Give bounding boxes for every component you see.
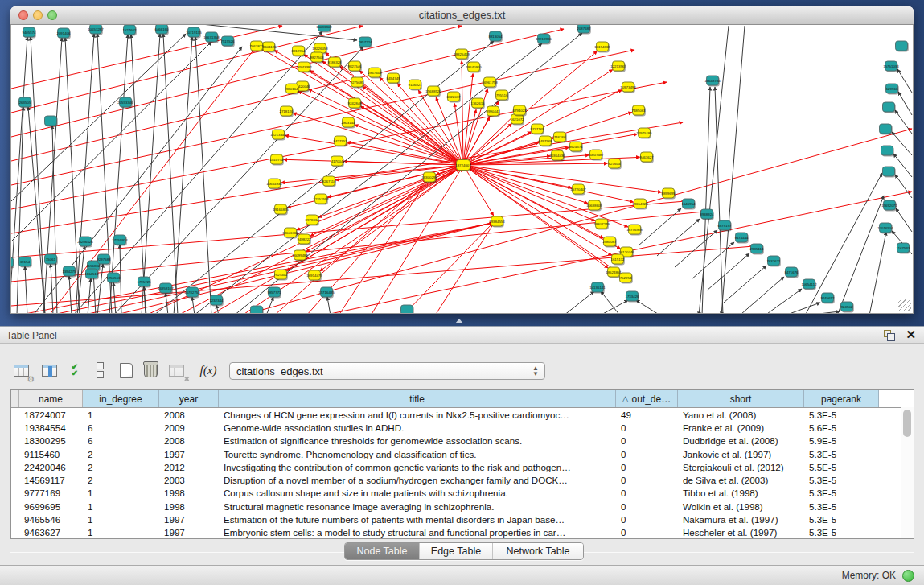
graph-edge-red[interactable] xyxy=(49,48,255,313)
canvas-resize-grip[interactable] xyxy=(898,299,911,311)
table-cell[interactable]: 0 xyxy=(616,488,678,498)
table-cell[interactable]: 0 xyxy=(616,435,678,446)
graph-edge-red[interactable] xyxy=(11,50,634,185)
table-cell[interactable]: 0 xyxy=(616,462,678,472)
graph-node[interactable] xyxy=(896,41,909,52)
graph-node[interactable]: 16543382 xyxy=(296,62,312,73)
new-column-icon[interactable] xyxy=(117,360,135,380)
table-cell[interactable]: 49 xyxy=(616,410,678,420)
graph-node[interactable]: 3624574 xyxy=(569,142,583,153)
table-cell[interactable]: 5.6E-5 xyxy=(804,422,879,433)
graph-node[interactable]: 19384554 xyxy=(489,216,505,228)
graph-node[interactable]: 1362615 xyxy=(470,98,485,109)
graph-node[interactable]: 6879197 xyxy=(717,220,732,232)
graph-edge-black[interactable] xyxy=(895,110,912,134)
graph-edge-red[interactable] xyxy=(262,49,463,165)
table-cell[interactable]: 0 xyxy=(616,422,678,433)
graph-node-hub[interactable]: 18724007 xyxy=(455,160,471,172)
graph-node[interactable]: 1810754 xyxy=(269,154,284,166)
table-cell[interactable]: Estimation of significance thresholds fo… xyxy=(219,435,616,446)
graph-node[interactable]: 9498222 xyxy=(297,234,311,245)
table-cell[interactable]: Jankovic et al. (1997) xyxy=(678,449,804,459)
graph-node[interactable]: 18325419 xyxy=(454,49,470,60)
table-cell[interactable]: 18300295 xyxy=(19,435,83,446)
graph-edge-black[interactable] xyxy=(25,266,27,313)
float-panel-icon[interactable] xyxy=(884,330,895,341)
table-cell[interactable]: Franke et al. (2009) xyxy=(678,422,804,433)
graph-node[interactable]: 12213343 xyxy=(270,130,286,141)
graph-edge-red[interactable] xyxy=(463,73,473,165)
graph-edge-black[interactable] xyxy=(805,311,840,313)
graph-edge-black[interactable] xyxy=(51,264,53,313)
graph-edge-black[interactable] xyxy=(721,26,745,313)
graph-node[interactable]: 6822037 xyxy=(446,92,461,103)
graph-edge-black[interactable] xyxy=(17,107,23,313)
graph-node[interactable]: 19046766 xyxy=(282,228,298,239)
graph-node[interactable]: 7485063 xyxy=(631,105,646,117)
graph-edge-red[interactable] xyxy=(463,165,612,256)
graph-edge-black[interactable] xyxy=(675,230,717,267)
graph-node[interactable]: 2718120 xyxy=(279,106,294,117)
table-body[interactable]: 1872400712008Changes of HCN gene express… xyxy=(11,408,914,539)
column-checks-icon[interactable]: ✔✔ xyxy=(68,360,82,380)
graph-node[interactable]: 8899695 xyxy=(661,188,676,200)
graph-edge-black[interactable] xyxy=(195,37,211,313)
citation-graph[interactable]: 1872400718300295417004826711012353594191… xyxy=(11,25,913,313)
table-cell[interactable]: 5.5E-5 xyxy=(804,462,879,472)
table-cell[interactable]: 5.3E-5 xyxy=(804,449,879,459)
stacked-rows-icon[interactable] xyxy=(95,360,105,380)
column-header-title[interactable]: title xyxy=(219,390,616,407)
graph-edge-black[interactable] xyxy=(69,276,72,313)
graph-node[interactable]: 9777169 xyxy=(530,124,544,135)
vertical-scrollbar[interactable] xyxy=(901,407,914,538)
graph-edge-black[interactable] xyxy=(892,132,912,155)
graph-edge-red[interactable] xyxy=(320,165,463,271)
table-row[interactable]: 946554611997Estimation of the future num… xyxy=(11,513,914,525)
graph-node[interactable]: 8471676 xyxy=(784,267,799,278)
graph-node[interactable] xyxy=(11,257,14,269)
graph-edge-black[interactable] xyxy=(785,303,820,313)
graph-edge-red[interactable] xyxy=(463,165,662,192)
graph-edge-black[interactable] xyxy=(692,242,734,279)
graph-node[interactable]: 18807249 xyxy=(593,219,610,230)
graph-node[interactable]: 9297588 xyxy=(97,254,111,266)
graph-node[interactable]: 924502 xyxy=(841,302,854,313)
table-cell[interactable]: Corpus callosum shape and size in male p… xyxy=(219,488,616,498)
graph-node[interactable]: 8978334 xyxy=(305,215,319,226)
table-cell[interactable]: 9465546 xyxy=(19,514,83,525)
graph-node[interactable]: 20206526 xyxy=(77,237,93,248)
graph-edge-black[interactable] xyxy=(702,87,710,313)
graph-node[interactable]: 7632621 xyxy=(766,256,781,267)
column-header-short[interactable]: short xyxy=(678,390,804,407)
table-cell[interactable]: 14569117 xyxy=(19,475,83,485)
graph-node[interactable]: 20553346 xyxy=(117,97,133,109)
graph-edge-black[interactable] xyxy=(805,173,882,313)
graph-edge-red[interactable] xyxy=(293,113,463,165)
table-cell[interactable]: 5.3E-5 xyxy=(804,410,879,420)
graph-node[interactable]: 8454749 xyxy=(386,73,400,84)
graph-node[interactable]: 16671358 xyxy=(203,32,220,43)
graph-node[interactable]: 19218986 xyxy=(536,34,552,45)
graph-edge-black[interactable] xyxy=(564,291,594,313)
table-cell[interactable]: Embryonic stem cells: a model to study s… xyxy=(219,527,616,538)
graph-node[interactable]: 16958167 xyxy=(158,283,174,295)
graph-node[interactable]: 6794023 xyxy=(512,105,527,117)
table-cell[interactable]: 18724007 xyxy=(19,410,83,420)
table-row[interactable]: 1456911722003Disruption of a novel membe… xyxy=(11,473,914,486)
table-cell[interactable]: 1997 xyxy=(159,449,219,459)
graph-node[interactable]: 15751034 xyxy=(883,61,899,72)
graph-node[interactable]: 8186328 xyxy=(327,57,342,68)
table-row[interactable]: 911546021997Tourette syndrome. Phenomeno… xyxy=(11,447,914,460)
graph-edge-black[interactable] xyxy=(636,300,660,313)
graph-node[interactable]: 10973493 xyxy=(620,82,636,93)
table-cell[interactable]: 1 xyxy=(83,527,159,538)
table-cell[interactable]: 0 xyxy=(616,514,678,525)
node-table[interactable]: namein_degreeyeartitle△out_de…shortpager… xyxy=(10,389,914,539)
graph-node[interactable]: 16961758 xyxy=(482,77,498,89)
graph-node[interactable]: 9827546 xyxy=(347,61,362,72)
table-cell[interactable]: 22420046 xyxy=(19,462,83,472)
graph-node[interactable]: 9474444 xyxy=(734,233,749,244)
graph-edge-black[interactable] xyxy=(897,69,912,93)
table-cell[interactable]: Structural magnetic resonance image aver… xyxy=(219,501,616,512)
graph-node[interactable]: 19166825 xyxy=(273,204,289,216)
